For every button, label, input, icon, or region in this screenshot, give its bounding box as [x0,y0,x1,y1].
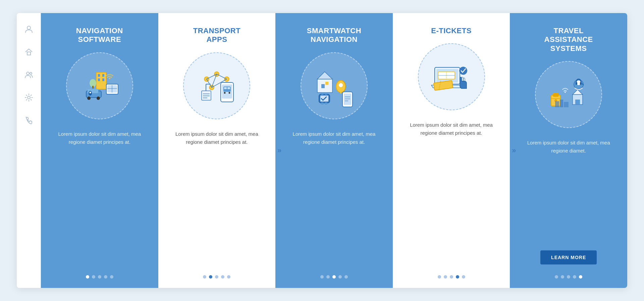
card-5-dots [555,275,582,279]
svg-rect-79 [576,82,577,85]
card-4-text: Lorem ipsum dolor sit dim amet, mea regi… [402,121,501,137]
dot-3-4[interactable] [338,275,342,279]
card-1-illustration [66,52,133,119]
card-5-illustration [535,61,602,128]
svg-rect-36 [227,87,230,89]
svg-rect-48 [325,82,328,85]
svg-point-18 [109,78,110,79]
dot-4-4[interactable] [456,275,459,279]
svg-point-3 [30,72,32,74]
svg-point-37 [224,92,226,94]
dot-4-2[interactable] [444,275,447,279]
card-5-title: TRAVEL ASSISTANCE SYSTEMS [544,26,593,53]
svg-rect-58 [344,94,351,105]
svg-point-69 [459,67,467,75]
card-3-title: SMARTWATCH NAVIGATION [307,26,361,44]
svg-rect-47 [321,84,325,88]
svg-point-14 [87,97,91,100]
dot-3-5[interactable] [344,275,348,279]
settings-icon[interactable] [23,92,34,103]
sidebar [17,13,41,288]
dot-5-2[interactable] [561,275,564,279]
svg-rect-74 [553,93,558,97]
svg-rect-83 [555,101,559,107]
card-1-text: Lorem ipsum dolor sit dim amet, mea regi… [50,130,149,146]
dot-2-1[interactable] [203,275,206,279]
arrow-3: » [395,146,399,155]
card-4-illustration [418,43,485,110]
dot-3-3[interactable] [332,275,336,279]
card-4-dots [438,275,465,279]
card-transport-apps: TRANSPORT APPS [158,13,276,288]
svg-rect-1 [27,52,31,55]
svg-point-4 [28,96,30,99]
svg-point-2 [26,72,29,75]
dot-2-2[interactable] [209,275,212,279]
phone-icon[interactable] [23,115,34,126]
arrow-2: » [277,146,281,155]
card-e-tickets: E-TICKETS [393,13,510,288]
svg-rect-6 [98,74,100,77]
dot-1-4[interactable] [104,275,107,279]
svg-point-82 [565,92,566,93]
svg-rect-53 [321,93,324,95]
learn-more-button[interactable]: LEARN MORE [540,250,597,264]
svg-rect-7 [102,74,104,77]
svg-rect-56 [325,103,327,105]
svg-rect-55 [321,103,324,105]
card-1-dots [86,275,113,279]
arrow-4: » [512,146,516,155]
svg-marker-46 [317,72,332,79]
card-2-text: Lorem ipsum dolor sit dim amet, mea regi… [168,130,266,146]
home-icon[interactable] [23,47,34,57]
svg-rect-72 [575,100,580,105]
dot-2-5[interactable] [227,275,230,279]
card-2-dots [203,275,230,279]
svg-line-29 [207,79,212,87]
card-5-text: Lorem ipsum dolor sit dim amet, mea regi… [519,139,618,155]
dot-1-1[interactable] [86,275,89,279]
card-3-illustration [301,52,368,119]
arrow-1: » [160,146,164,155]
card-3-text: Lorem ipsum dolor sit dim amet, mea regi… [285,130,383,146]
dot-3-2[interactable] [326,275,330,279]
dot-2-3[interactable] [215,275,218,279]
user-icon[interactable] [23,24,34,35]
dot-1-5[interactable] [110,275,113,279]
card-2-illustration [183,52,250,119]
dot-5-4[interactable] [573,275,576,279]
dot-4-3[interactable] [450,275,453,279]
svg-rect-8 [98,78,100,81]
cards-container: NAVIGATION SOFTWARE [41,13,627,288]
card-4-title: E-TICKETS [431,26,472,35]
card-2-title: TRANSPORT APPS [193,26,240,44]
dot-5-1[interactable] [555,275,558,279]
svg-marker-71 [573,89,583,95]
svg-rect-11 [92,86,94,88]
svg-rect-45 [317,79,332,93]
card-3-dots [320,275,348,279]
svg-rect-9 [102,78,104,81]
dot-4-5[interactable] [462,275,465,279]
dot-5-5[interactable] [579,275,582,279]
dot-3-1[interactable] [320,275,324,279]
dot-4-1[interactable] [438,275,441,279]
svg-point-0 [27,26,31,29]
svg-rect-35 [224,87,227,89]
card-smartwatch-navigation: SMARTWATCH NAVIGATION [275,13,393,288]
svg-rect-39 [202,91,211,100]
dot-2-4[interactable] [221,275,224,279]
dot-1-2[interactable] [92,275,95,279]
svg-rect-5 [96,72,106,89]
people-icon[interactable] [23,69,34,80]
svg-rect-85 [564,102,569,107]
app-container: NAVIGATION SOFTWARE [17,13,627,288]
svg-line-28 [217,74,227,79]
svg-rect-54 [325,93,327,95]
svg-point-50 [339,83,343,87]
card-travel-assistance: TRAVEL ASSISTANCE SYSTEMS [510,13,627,288]
dot-1-3[interactable] [98,275,101,279]
dot-5-3[interactable] [567,275,570,279]
svg-rect-80 [580,82,582,85]
svg-rect-84 [560,100,563,107]
